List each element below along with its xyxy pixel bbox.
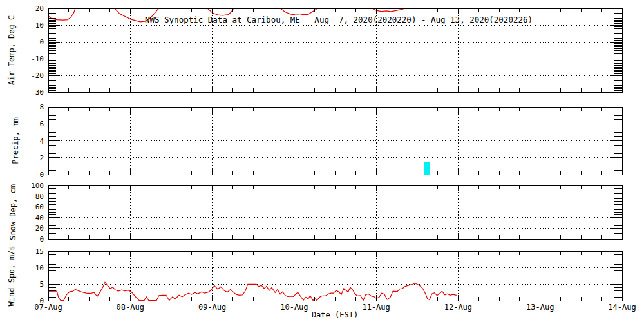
v-gridlines <box>130 185 540 239</box>
x-tick-label: 08-Aug <box>117 303 144 312</box>
plot-panels: -30-20-10010200246802040608010005101507-… <box>31 2 636 312</box>
y-tick-label: 80 <box>35 193 44 201</box>
y-tick-label: 0 <box>39 38 44 46</box>
y-tick-label: 20 <box>35 5 44 13</box>
x-tick-label: 11-Aug <box>362 303 390 312</box>
panel-precip: 02468 <box>39 103 622 179</box>
y-tick-label: 6 <box>39 120 44 128</box>
synoptic-plot-figure: -30-20-10010200246802040608010005101507-… <box>0 0 644 322</box>
y-tick-label: 20 <box>35 224 44 232</box>
chart-title: NWS Synoptic Data at Caribou, ME Aug 7, … <box>145 15 533 24</box>
y-tick-label: 15 <box>35 247 44 256</box>
panel-snow-depth: 020406080100 <box>31 182 622 243</box>
h-gridlines <box>48 25 622 75</box>
panel-border <box>48 185 622 239</box>
y-tick-label: -10 <box>31 55 44 63</box>
h-gridlines <box>48 124 622 158</box>
y-tick-label: -20 <box>31 71 44 80</box>
y-tick-label: 4 <box>39 137 44 146</box>
panel-border <box>48 107 622 175</box>
y-axis-title-wind-speed: Wind Spd, m/s <box>7 246 16 307</box>
ticks <box>48 185 622 239</box>
v-gridlines <box>130 251 540 301</box>
x-tick-label: 13-Aug <box>526 303 554 312</box>
ticks <box>48 107 622 175</box>
y-tick-label: 10 <box>35 264 44 272</box>
x-tick-label: 12-Aug <box>444 303 472 312</box>
precip-bar <box>424 162 430 175</box>
y-axis-title-air-temp: Air Temp, Deg C <box>7 15 16 85</box>
h-gridlines <box>48 268 622 285</box>
y-tick-label: 0 <box>39 171 44 179</box>
h-gridlines <box>48 196 622 229</box>
x-axis-title: Date (EST) <box>312 310 358 319</box>
y-tick-label: 0 <box>39 235 44 243</box>
x-tick-label: 07-Aug <box>34 303 62 312</box>
y-tick-label: 2 <box>39 154 44 162</box>
panel-border <box>48 251 622 301</box>
y-tick-label: 5 <box>39 280 44 289</box>
y-tick-label: 100 <box>31 182 44 190</box>
panel-wind-speed: 051015 <box>35 247 622 305</box>
ticks <box>48 251 622 301</box>
x-tick-label: 09-Aug <box>198 303 226 312</box>
y-tick-label: 10 <box>35 21 44 30</box>
y-tick-label: 8 <box>39 103 44 111</box>
y-tick-label: 40 <box>35 214 44 222</box>
x-tick-label: 10-Aug <box>280 303 308 312</box>
chart-canvas: -30-20-10010200246802040608010005101507-… <box>0 0 644 322</box>
y-tick-label: -30 <box>31 88 44 97</box>
y-tick-label: 60 <box>35 203 44 211</box>
y-axis-title-precip: Precip, mm <box>11 117 20 164</box>
x-tick-label: 14-Aug <box>608 303 636 312</box>
y-axis-title-snow-depth: Snow Dep, cm <box>8 184 17 240</box>
